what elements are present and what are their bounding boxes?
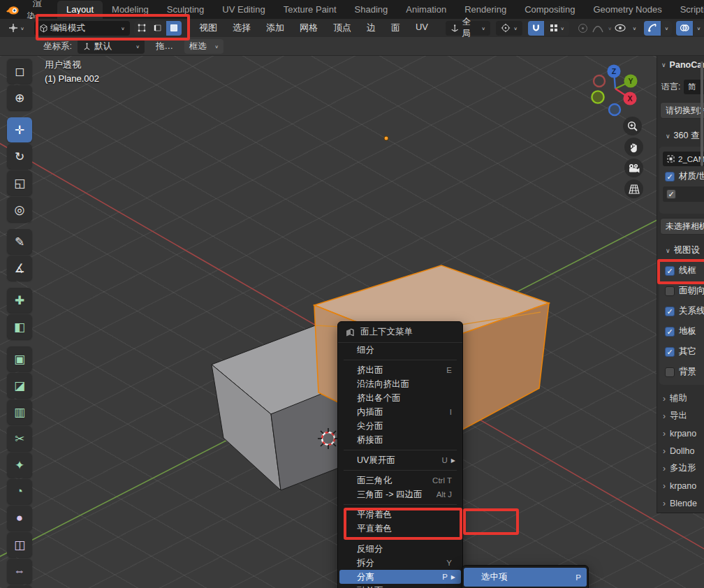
- mode-dropdown[interactable]: 编辑模式 ∨: [34, 21, 130, 36]
- tool-extrude-button[interactable]: ◧: [7, 314, 32, 339]
- view-checkbox-row[interactable]: 其它: [659, 341, 704, 362]
- tool-3d-cursor-button[interactable]: ⊕: [7, 85, 32, 110]
- workspace-tab[interactable]: Animation: [397, 1, 455, 19]
- gizmos-group[interactable]: ∨: [644, 21, 672, 36]
- menu-item[interactable]: 平直着色: [338, 522, 462, 536]
- topbar-menu[interactable]: 渲染: [27, 0, 42, 22]
- sidebar-scrollbar[interactable]: [701, 61, 703, 166]
- panel-header-panocam[interactable]: ∨PanoCama: [657, 60, 704, 70]
- tool-add-cube-button[interactable]: ✚: [7, 288, 32, 313]
- snap-toggle-button[interactable]: [528, 21, 544, 36]
- face-select-button[interactable]: [166, 21, 182, 36]
- material-world-checkbox[interactable]: [665, 172, 675, 182]
- tool-poly-build-button[interactable]: ✦: [7, 453, 32, 478]
- menu-item[interactable]: 细分: [338, 343, 462, 357]
- collapsed-panel-header[interactable]: ›多边形: [657, 460, 704, 477]
- view-checkbox[interactable]: [665, 286, 675, 296]
- collapsed-panel-header[interactable]: ›Dollho: [657, 442, 704, 460]
- view-checkbox-row[interactable]: 地板: [659, 321, 704, 341]
- menu-item[interactable]: [344, 470, 457, 471]
- view-checkbox-row[interactable]: 关系线: [659, 301, 704, 321]
- workspace-tab[interactable]: Shading: [346, 1, 397, 19]
- menu-item[interactable]: 反细分: [338, 542, 462, 556]
- tool-bevel-button[interactable]: ◪: [7, 373, 32, 398]
- submenu-item[interactable]: 选中项 P: [464, 568, 587, 587]
- drag-label[interactable]: 拖…: [156, 41, 173, 52]
- collapsed-panel-header[interactable]: ›辅助: [657, 390, 704, 407]
- viewport-menu[interactable]: 选择: [225, 22, 258, 34]
- menu-item[interactable]: 沿法向挤出面: [338, 377, 462, 391]
- camera-view-button[interactable]: [624, 159, 643, 177]
- custom-orientation-dropdown[interactable]: 默认 ∨: [78, 39, 145, 54]
- view-checkbox[interactable]: [665, 307, 675, 316]
- vertex-select-button[interactable]: [134, 21, 149, 36]
- panel-header-view-settings[interactable]: ∨视图设: [657, 244, 704, 256]
- workspace-tab[interactable]: Modeling: [103, 1, 158, 19]
- workspace-tab[interactable]: Layout: [57, 1, 103, 19]
- camera-object-field[interactable]: 2_CAM: [663, 152, 704, 166]
- tool-smooth-button[interactable]: ●: [7, 506, 32, 531]
- collapsed-panel-header[interactable]: ›Blende: [657, 494, 704, 512]
- tool-move-button[interactable]: ✛: [7, 117, 32, 142]
- menu-item[interactable]: 面三角化 Ctrl T: [338, 473, 462, 487]
- view-checkbox-row[interactable]: 线框: [659, 260, 704, 281]
- inner-checkbox[interactable]: [666, 189, 676, 199]
- workspace-tab[interactable]: Sculpting: [158, 1, 213, 19]
- no-camera-selected-button[interactable]: 未选择相机: [660, 218, 704, 235]
- visibility-group[interactable]: ∨: [612, 21, 640, 36]
- menu-item[interactable]: 三角面 -> 四边面 Alt J: [338, 487, 462, 501]
- tool-shear-button[interactable]: ▱: [7, 585, 32, 588]
- viewport-menu[interactable]: UV: [408, 22, 436, 34]
- tool-scale-button[interactable]: ◱: [7, 170, 32, 196]
- tool-edge-slide-button[interactable]: ◫: [7, 532, 32, 557]
- panel-header-360[interactable]: ∨360 查: [657, 130, 704, 142]
- pan-hand-button[interactable]: [624, 138, 643, 156]
- collapsed-panel-header[interactable]: ›krpano: [657, 477, 704, 494]
- menu-item[interactable]: 平滑着色: [338, 508, 462, 522]
- viewport-menu[interactable]: 视图: [191, 22, 225, 34]
- tool-rotate-button[interactable]: ↻: [7, 144, 32, 169]
- overlays-group[interactable]: ∨: [676, 21, 704, 36]
- perspective-toggle-button[interactable]: [624, 179, 643, 198]
- viewport-menu[interactable]: 边: [359, 22, 383, 34]
- viewport-menu[interactable]: 顶点: [325, 22, 359, 34]
- collapsed-panel-header[interactable]: ›krpano: [657, 425, 704, 442]
- workspace-tab[interactable]: UV Editing: [213, 1, 274, 19]
- menu-item[interactable]: [344, 450, 457, 450]
- tool-loop-cut-button[interactable]: ▥: [7, 399, 32, 425]
- workspace-tab[interactable]: Texture Paint: [274, 1, 346, 19]
- menu-item[interactable]: 尖分面: [338, 419, 462, 433]
- viewport-3d[interactable]: 用户透视 (1) Plane.002 ◻ ⊕ ✛ ↻ ◱ ◎ ✎: [0, 56, 704, 588]
- menu-item[interactable]: 融并面: [338, 584, 462, 588]
- viewport-menu[interactable]: 网格: [292, 22, 325, 34]
- navigation-gizmo[interactable]: Z Y X: [584, 58, 647, 121]
- zoom-button[interactable]: [623, 117, 642, 135]
- switch-language-button[interactable]: 请切换到对: [660, 102, 704, 119]
- workspace-tab[interactable]: Compositing: [515, 1, 584, 19]
- tool-select-box-button[interactable]: ◻: [7, 59, 32, 84]
- tool-annotate-button[interactable]: ✎: [7, 229, 32, 254]
- menu-item[interactable]: 挤出面 E: [338, 363, 462, 377]
- tool-knife-button[interactable]: ✂: [7, 426, 32, 451]
- menu-item[interactable]: [344, 504, 457, 505]
- view-checkbox[interactable]: [665, 327, 675, 337]
- menu-item[interactable]: UV展开面 U ▶: [338, 453, 462, 467]
- workspace-tab[interactable]: Geometry Nodes: [584, 1, 670, 19]
- viewport-menu[interactable]: 面: [383, 22, 408, 34]
- menu-item[interactable]: 桥接面: [338, 433, 462, 447]
- viewport-menu[interactable]: 添加: [258, 22, 292, 34]
- tool-inset-faces-button[interactable]: ▣: [7, 346, 32, 372]
- view-checkbox[interactable]: [665, 266, 675, 276]
- editor-type-dropdown[interactable]: ∨: [4, 23, 29, 33]
- collapsed-panel-header[interactable]: ›导出: [657, 407, 704, 425]
- view-checkbox[interactable]: [665, 347, 675, 357]
- pivot-point-dropdown[interactable]: ∨: [496, 21, 522, 36]
- snap-target-dropdown[interactable]: ∨: [545, 21, 569, 36]
- menu-item[interactable]: 拆分 Y: [338, 556, 462, 570]
- view-checkbox-row[interactable]: 背景: [659, 362, 704, 382]
- view-checkbox[interactable]: [665, 367, 675, 377]
- material-world-checkbox-row[interactable]: 材质/世界: [659, 166, 704, 186]
- tool-spin-button[interactable]: ◔: [7, 479, 32, 504]
- menu-item[interactable]: 内插面 I: [338, 405, 462, 419]
- proportional-edit-group[interactable]: ∨: [578, 23, 612, 34]
